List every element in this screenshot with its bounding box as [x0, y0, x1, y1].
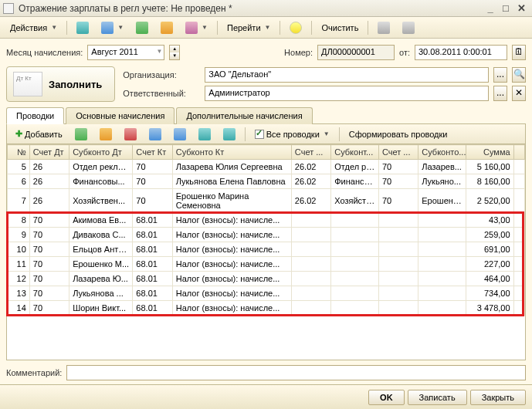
window-title: Отражение зарплаты в регл учете: Не пров… [19, 3, 483, 14]
resp-field[interactable]: Администратор [205, 86, 489, 101]
table-row[interactable]: 1370Лукьянова ...68.01 Налог (взносы): н… [8, 286, 525, 301]
save-button[interactable]: Записать [408, 390, 467, 405]
header-row: № Счет Дт Субконто Дт Счет Кт Субконто К… [8, 145, 525, 160]
grid-btn-7[interactable] [218, 125, 241, 144]
refresh-icon [136, 22, 148, 34]
sort-asc-icon [198, 128, 211, 140]
fill-icon [13, 72, 42, 96]
close-footer-button[interactable]: Закрыть [470, 390, 526, 405]
close-button[interactable]: ✕ [513, 2, 529, 15]
all-postings-check[interactable]: Все проводки▼ [249, 127, 335, 142]
form-postings-button[interactable]: Сформировать проводки [344, 127, 453, 142]
help-button[interactable] [284, 19, 307, 37]
resp-clear-button[interactable]: ✕ [512, 86, 526, 101]
structure-icon [161, 22, 173, 34]
period-spinner[interactable]: ▲▼ [169, 45, 180, 60]
titlebar: Отражение зарплаты в регл учете: Не пров… [0, 0, 532, 17]
date-picker-button[interactable]: 🗓 [512, 45, 526, 60]
grid: № Счет Дт Субконто Дт Счет Кт Субконто К… [6, 144, 526, 360]
settings-icon [378, 22, 390, 34]
grid-btn-6[interactable] [193, 125, 216, 144]
clear-button[interactable]: Очистить [316, 20, 364, 35]
number-label: Номер: [284, 48, 313, 57]
tabbar: Проводки Основные начисления Дополнитель… [6, 106, 526, 124]
insert-icon [75, 128, 87, 140]
table-row[interactable]: 870Акимова Ев...68.01 Налог (взносы): на… [8, 213, 525, 228]
toolbar-btn-3[interactable] [130, 19, 154, 37]
maximize-button[interactable]: □ [498, 2, 513, 15]
tab-main-accruals[interactable]: Основные начисления [66, 107, 175, 124]
col-sdt[interactable]: Субконто Дт [69, 145, 133, 160]
grid-btn-2[interactable] [94, 125, 117, 144]
date-field[interactable]: 30.08.2011 0:00:01 [415, 45, 507, 60]
goto-menu[interactable]: Перейти▼ [222, 20, 276, 35]
grid-toolbar: ✚Добавить Все проводки▼ Сформировать про… [6, 124, 526, 144]
col-c4[interactable]: Субконто... [418, 145, 466, 160]
resp-select-button[interactable]: ... [493, 86, 507, 101]
app-icon [3, 3, 14, 14]
grid-btn-5[interactable] [168, 125, 191, 144]
toolbar-btn-6[interactable] [372, 19, 395, 37]
plus-icon: ✚ [15, 129, 22, 139]
col-skt[interactable]: Субконто Кт [172, 145, 291, 160]
col-c2[interactable]: Субконт... [331, 145, 379, 160]
actions-menu[interactable]: Действия▼ [5, 20, 63, 35]
date-label: от: [399, 48, 410, 57]
fill-button[interactable]: Заполнить [6, 66, 115, 102]
footer: OK Записать Закрыть [0, 384, 532, 409]
post-icon [101, 22, 114, 34]
ok-button[interactable]: OK [368, 390, 405, 405]
grid-btn-3[interactable] [119, 125, 142, 144]
toolbar-btn-7[interactable] [397, 19, 420, 37]
period-label: Месяц начисления: [6, 48, 83, 57]
col-sum[interactable]: Сумма [466, 145, 513, 160]
tab-postings[interactable]: Проводки [6, 107, 64, 124]
sort-desc-icon [223, 128, 236, 140]
move-up-icon [149, 128, 161, 140]
table-row[interactable]: 626Финансовы...70 Лукьянова Елена Павлов… [8, 174, 525, 189]
resp-label: Ответственный: [123, 89, 200, 98]
number-field[interactable]: ДЛ000000001 [317, 45, 395, 60]
table-row[interactable]: 1470Шорин Викт...68.01 Налог (взносы): н… [8, 301, 525, 316]
grid-btn-1[interactable] [69, 125, 93, 144]
table-row[interactable]: 726Хозяйствен...70 Ерошенко Марина Семен… [8, 189, 525, 213]
save-icon [76, 22, 89, 34]
comment-field[interactable] [66, 365, 526, 380]
tab-additional-accruals[interactable]: Дополнительные начисления [176, 107, 312, 124]
toolbar-btn-1[interactable] [71, 19, 94, 37]
table-row[interactable]: 1170Ерошенко М...68.01 Налог (взносы): н… [8, 257, 525, 272]
list-icon [402, 22, 415, 34]
help-icon [290, 22, 302, 34]
toolbar-btn-5[interactable]: ▼ [180, 19, 213, 37]
org-field[interactable]: ЗАО "Дельтаон" [205, 67, 489, 83]
grid-btn-4[interactable] [144, 125, 167, 144]
report-icon [185, 22, 198, 34]
minimize-button[interactable]: _ [483, 2, 498, 15]
edit-icon [100, 128, 112, 140]
table-row[interactable]: 1270Лазарева Ю...68.01 Налог (взносы): н… [8, 272, 525, 286]
add-row-button[interactable]: ✚Добавить [10, 126, 68, 142]
col-c3[interactable]: Счет ... [378, 145, 418, 160]
org-select-button[interactable]: ... [493, 67, 507, 83]
checkbox-icon [255, 130, 264, 139]
toolbar-btn-4[interactable] [155, 19, 178, 37]
table-row[interactable]: 970Дивакова С...68.01 Налог (взносы): на… [8, 228, 525, 242]
period-combo[interactable]: Август 2011 [87, 45, 164, 60]
col-n[interactable]: № [8, 145, 30, 160]
org-label: Организация: [123, 70, 200, 79]
main-toolbar: Действия▼ ▼ ▼ Перейти▼ Очистить [0, 17, 532, 39]
col-c1[interactable]: Счет ... [291, 145, 330, 160]
table-row[interactable]: 1070Ельцов Анто...68.01 Налог (взносы): … [8, 242, 525, 257]
toolbar-btn-2[interactable]: ▼ [96, 19, 129, 37]
move-down-icon [174, 128, 186, 140]
comment-label: Комментарий: [6, 368, 62, 377]
col-kt[interactable]: Счет Кт [133, 145, 172, 160]
col-dt[interactable]: Счет Дт [29, 145, 69, 160]
delete-icon [124, 128, 137, 140]
table-row[interactable]: 526Отдел рекла...70 Лазарева Юлия Сергее… [8, 160, 525, 174]
scroll-stub [513, 145, 524, 160]
org-search-button[interactable]: 🔍 [512, 67, 526, 83]
